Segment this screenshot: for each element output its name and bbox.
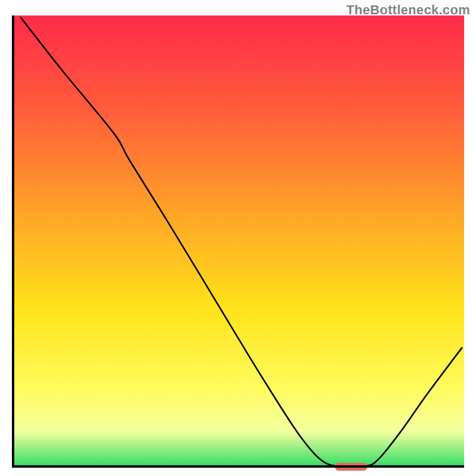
y-axis xyxy=(12,15,14,468)
chart-container: TheBottleneck.com xyxy=(0,0,476,476)
x-axis xyxy=(12,465,464,468)
plot-area xyxy=(12,15,464,468)
gradient-background xyxy=(12,15,464,468)
svg-rect-0 xyxy=(12,15,464,468)
